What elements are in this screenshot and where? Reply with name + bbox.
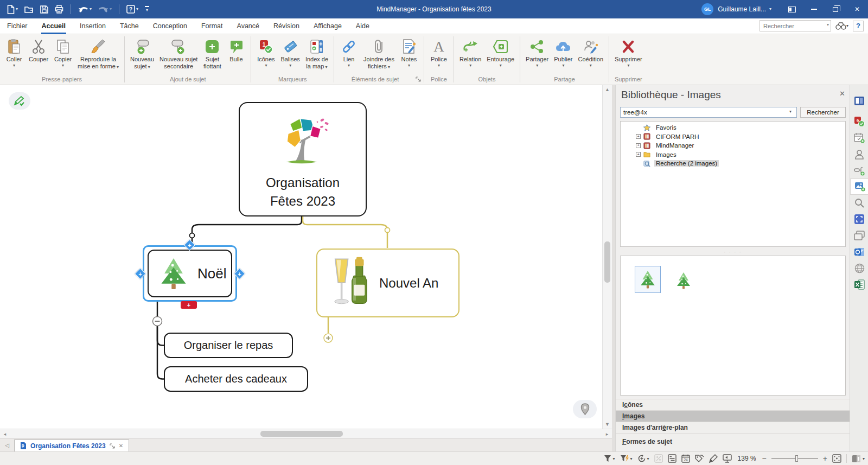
tab-revision[interactable]: Révision [266, 18, 307, 34]
tree-item-recherche[interactable]: Recherche (2 images) [621, 159, 845, 168]
tab-scroll-left[interactable]: ◁ [0, 439, 14, 451]
branch-anchor-nouvel-an[interactable] [385, 228, 390, 233]
pen-mode-button[interactable] [9, 92, 30, 110]
copier-button[interactable]: Copier [51, 36, 75, 68]
tab-affichage[interactable]: Affichage [307, 18, 349, 34]
balises-button[interactable]: Balises [278, 36, 302, 68]
add-marker-badge[interactable] [181, 301, 197, 309]
expand-icon[interactable] [636, 143, 641, 148]
account-menu[interactable]: Guillaume Laill... ▾ [718, 5, 771, 13]
save-button[interactable] [39, 4, 50, 15]
filter-button[interactable]: ▾ [604, 455, 615, 462]
open-button[interactable] [23, 4, 35, 15]
outline-view-button[interactable] [668, 454, 676, 463]
subtopic-acheter-des-cadeaux[interactable]: Acheter des cadeaux [164, 366, 308, 392]
fit-map-button[interactable] [832, 454, 841, 463]
section-formes-de-sujet[interactable]: Formes de sujet [616, 433, 850, 449]
tab-insertion[interactable]: Insertion [73, 18, 113, 34]
coedition-button[interactable]: Coédition [576, 36, 606, 68]
icon-markers-pane-button[interactable]: 9 [850, 113, 868, 130]
zoom-in-button[interactable]: + [823, 455, 827, 462]
subtopic-organiser-le-repas[interactable]: Organiser le repas [164, 333, 293, 358]
panel-close-icon[interactable]: ✕ [839, 90, 845, 98]
tree-item-favoris[interactable]: Favoris [621, 123, 845, 132]
tab-conception[interactable]: Conception [146, 18, 194, 34]
undo-button[interactable]: ▾ [76, 4, 93, 14]
redo-button[interactable]: ▾ [97, 4, 113, 14]
excel-pane-button[interactable] [850, 276, 868, 292]
print-button[interactable] [53, 4, 65, 15]
zoom-out-button[interactable]: − [762, 455, 767, 462]
help-menu-button[interactable]: ? ▾ [125, 4, 140, 15]
tab-avance[interactable]: Avancé [230, 18, 266, 34]
resources-pane-button[interactable] [850, 146, 868, 162]
expand-button-nouvel-an[interactable] [324, 334, 333, 342]
minimize-button[interactable] [803, 0, 825, 18]
notes-button[interactable]: Notes [397, 36, 421, 68]
supprimer-button[interactable]: Supprimer [612, 36, 645, 68]
topic-nouvel-an[interactable]: Nouvel An [316, 249, 459, 317]
horizontal-scroll-thumb[interactable] [260, 431, 343, 437]
windows-pane-button[interactable] [850, 227, 868, 244]
lien-button[interactable]: Lien [337, 36, 361, 68]
close-tab-icon[interactable]: ✕ [119, 443, 123, 449]
canvas-vertical-scrollbar[interactable]: ▲ ▼ [602, 85, 612, 429]
tab-tache[interactable]: Tâche [113, 18, 146, 34]
scroll-right-arrow[interactable]: ▸ [604, 431, 610, 437]
close-button[interactable]: ✕ [846, 0, 868, 18]
scroll-down-arrow[interactable]: ▼ [603, 422, 612, 427]
panel-splitter[interactable]: · · · · [620, 249, 846, 254]
relation-button[interactable]: Relation [457, 36, 484, 68]
search-pane-button[interactable] [850, 195, 868, 211]
tab-format[interactable]: Format [194, 18, 230, 34]
tree-item-ciform-parh[interactable]: CIFORM PARH [621, 132, 845, 142]
find-button[interactable]: ▾ [835, 22, 848, 30]
publier-button[interactable]: Publier [551, 36, 575, 68]
map-parts-pane-button[interactable] [850, 162, 868, 179]
joindre-des-fichiers-button[interactable]: Joindre des fichiers [361, 36, 397, 71]
library-search-input[interactable] [620, 107, 797, 118]
expand-icon[interactable] [636, 152, 641, 157]
sujet-flottant-button[interactable]: Sujet flottant [200, 36, 224, 70]
schedule-pane-button[interactable] [850, 130, 868, 146]
switch-windows-button[interactable] [781, 0, 803, 18]
zoom-level[interactable]: 139 % [738, 455, 756, 462]
snapshot-pane-button[interactable] [850, 211, 868, 227]
zoom-slider[interactable] [771, 458, 818, 459]
section-icones[interactable]: Icônes [616, 399, 850, 410]
tab-aide[interactable]: Aide [349, 18, 376, 34]
document-tab[interactable]: Organisation Fêtes 2023 ✕ [14, 439, 129, 451]
help-button[interactable]: ? [853, 21, 864, 31]
tag-view-button[interactable] [695, 454, 704, 463]
branch-anchor-noel[interactable] [190, 233, 195, 238]
partager-button[interactable]: Partager [523, 36, 551, 68]
library-pane-button[interactable] [850, 93, 868, 109]
customize-quick-access-button[interactable]: ▾ [143, 5, 151, 13]
couper-button[interactable]: Couper [26, 36, 51, 63]
float-tab-icon[interactable] [110, 443, 115, 449]
zoom-slider-thumb[interactable] [795, 455, 798, 462]
images-pane-button[interactable] [850, 179, 868, 195]
avatar[interactable]: GL [701, 3, 713, 15]
quick-filter-button[interactable]: ▾ [637, 454, 649, 463]
outlook-pane-button[interactable] [850, 244, 868, 260]
map-canvas[interactable]: Organisation Fêtes 2023 Noël Nouvel An O… [0, 85, 612, 429]
nouveau-sujet-button[interactable]: Nouveau sujet [127, 36, 157, 71]
image-result-tree-1[interactable] [635, 266, 661, 293]
nouveau-sujet-secondaire-button[interactable]: Nouveau sujet secondaire [157, 36, 200, 70]
map-position-button[interactable] [573, 400, 597, 418]
central-topic[interactable]: Organisation Fêtes 2023 [239, 102, 367, 216]
dialog-launcher-icon[interactable] [416, 77, 421, 82]
balance-map-button[interactable] [654, 454, 663, 463]
restore-button[interactable] [825, 0, 846, 18]
vertical-scroll-thumb[interactable] [604, 241, 610, 283]
canvas-horizontal-scrollbar[interactable]: ◂ ▸ [0, 429, 612, 438]
police-button[interactable]: A Police [427, 36, 451, 68]
collapse-button-noel[interactable] [153, 317, 162, 326]
entourage-button[interactable]: Entourage [484, 36, 517, 68]
rechercher-button[interactable]: Rechercher [800, 107, 846, 118]
section-images[interactable]: Images [616, 410, 850, 422]
schedule-view-button[interactable]: 24 [681, 454, 690, 463]
tab-fichier[interactable]: Fichier [0, 18, 35, 34]
image-result-tree-2[interactable] [673, 269, 694, 292]
